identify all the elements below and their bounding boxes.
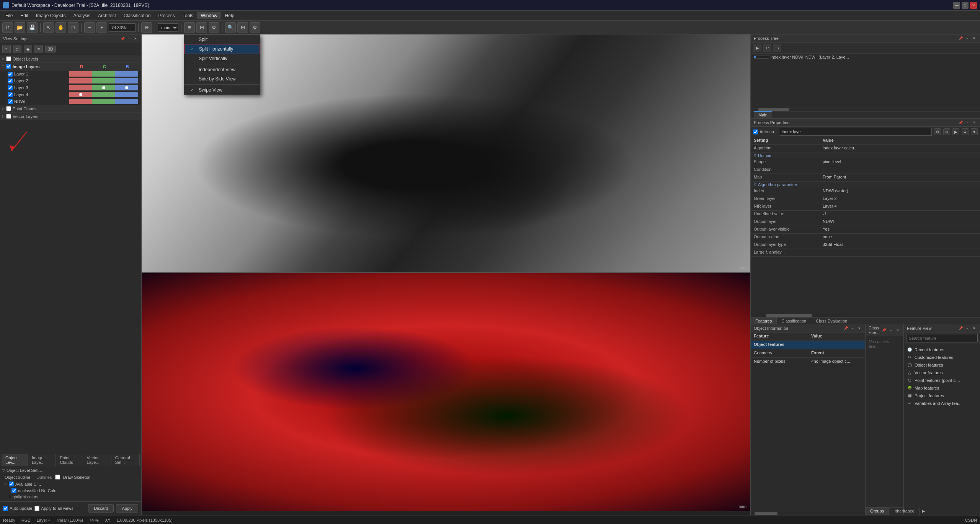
process-tree-thumb[interactable] bbox=[758, 108, 789, 111]
feature-search-input[interactable] bbox=[906, 334, 978, 342]
class-hier-close[interactable]: ✕ bbox=[895, 328, 900, 333]
props-gear-btn[interactable]: ⚙ bbox=[934, 128, 941, 135]
menu-edit[interactable]: Edit bbox=[16, 12, 32, 19]
process-props-close[interactable]: ✕ bbox=[972, 120, 977, 125]
crosshair-btn[interactable]: ⊕ bbox=[141, 22, 152, 33]
layer-item-3[interactable]: Layer 3 bbox=[0, 84, 141, 91]
layer1-check[interactable] bbox=[8, 72, 13, 77]
feature-item-recent[interactable]: 🕐 Recent features bbox=[904, 346, 980, 354]
pin-icon[interactable]: 📌 bbox=[120, 36, 125, 41]
obj-info-pin[interactable]: 📌 bbox=[843, 326, 848, 331]
center-scrollbar[interactable] bbox=[142, 511, 750, 515]
process-tree-item[interactable]: index layer NDWI 'NDWI' (Layer 2, Laye..… bbox=[751, 54, 980, 61]
tab-image-laye[interactable]: Image Laye... bbox=[28, 454, 56, 466]
feature-view-minus[interactable]: − bbox=[965, 326, 970, 331]
vector-layers-check[interactable] bbox=[6, 114, 11, 119]
process-run-btn[interactable]: ▶ bbox=[753, 44, 761, 52]
apply-all-check[interactable] bbox=[34, 506, 39, 511]
feature-item-vector[interactable]: △ Vector features bbox=[904, 369, 980, 377]
ndwi-check[interactable] bbox=[8, 99, 13, 104]
process-redo-btn[interactable]: ↪ bbox=[773, 44, 781, 52]
obj-row-object-features[interactable]: Object features bbox=[751, 341, 865, 349]
layer3-check[interactable] bbox=[8, 85, 13, 90]
minimize-btn[interactable]: — bbox=[953, 2, 960, 9]
obj-info-thumb[interactable] bbox=[755, 512, 777, 515]
tab-point-clouds[interactable]: Point Clouds bbox=[56, 454, 83, 466]
process-undo-btn[interactable]: ↩ bbox=[763, 44, 771, 52]
view-3d-btn[interactable]: 3D bbox=[45, 46, 56, 52]
menu-image-objects[interactable]: Image Objects bbox=[32, 12, 69, 19]
search-btn[interactable]: 🔍 bbox=[225, 22, 236, 33]
auto-update-check[interactable] bbox=[3, 506, 8, 511]
layer-item-1[interactable]: Layer 1 bbox=[0, 70, 141, 77]
menu-architect[interactable]: Architect bbox=[94, 12, 120, 19]
tab-general-set[interactable]: General Set... bbox=[111, 454, 140, 466]
maximize-btn[interactable]: □ bbox=[962, 2, 969, 9]
open-btn[interactable]: 📂 bbox=[15, 22, 25, 33]
feature-item-object[interactable]: ◯ Object features bbox=[904, 361, 980, 369]
process-tree-minus[interactable]: − bbox=[965, 36, 970, 41]
props-thumb[interactable] bbox=[766, 314, 812, 317]
index-layer-input[interactable] bbox=[780, 128, 932, 136]
zoom-out-btn[interactable]: − bbox=[84, 22, 95, 33]
wheel-btn[interactable]: ⚙ bbox=[250, 22, 260, 33]
feature-view-pin[interactable]: 📌 bbox=[958, 326, 963, 331]
zoom-in-btn[interactable]: + bbox=[96, 22, 107, 33]
menu-split-vertical[interactable]: Split Vertically bbox=[184, 54, 260, 63]
process-props-pin[interactable]: 📌 bbox=[958, 120, 963, 125]
main-tab[interactable]: Main bbox=[754, 111, 772, 118]
feature-item-point-cloud[interactable]: ⬡ Point features (point cl... bbox=[904, 377, 980, 384]
bp-tab-class-eval[interactable]: Class Evaluation bbox=[811, 318, 852, 324]
feature-item-map[interactable]: 🌳 Map features bbox=[904, 384, 980, 392]
auto-na-check[interactable] bbox=[753, 129, 758, 134]
props-up-btn[interactable]: ▲ bbox=[962, 128, 969, 135]
obj-info-hscroll[interactable] bbox=[751, 512, 865, 515]
props-play-btn[interactable]: ▶ bbox=[952, 128, 959, 135]
menu-analysis[interactable]: Analysis bbox=[69, 12, 94, 19]
menu-classification[interactable]: Classification bbox=[120, 12, 155, 19]
layers-btn[interactable]: ⊞ bbox=[237, 22, 248, 33]
view-btn-1[interactable]: ≡ bbox=[2, 45, 11, 53]
close-icon[interactable]: ✕ bbox=[133, 36, 138, 41]
bp-tab-classification[interactable]: Classification bbox=[777, 318, 811, 324]
right-tab-groups[interactable]: Groups bbox=[866, 508, 889, 515]
props-gear2-btn[interactable]: ⚙ bbox=[943, 128, 950, 135]
menu-help[interactable]: Help bbox=[221, 12, 238, 19]
props-hscroll[interactable] bbox=[751, 314, 980, 317]
process-props-minus[interactable]: − bbox=[965, 120, 970, 125]
props-down-btn[interactable]: ▼ bbox=[971, 128, 978, 135]
tab-object-lev[interactable]: Object Lev... bbox=[2, 454, 28, 466]
minus-icon[interactable]: − bbox=[126, 36, 132, 41]
class-hier-minus[interactable]: − bbox=[888, 328, 893, 333]
config-btn[interactable]: ⚙ bbox=[209, 22, 219, 33]
zoom-input[interactable] bbox=[109, 23, 136, 32]
apply-button[interactable]: Apply bbox=[116, 504, 138, 513]
obj-info-close[interactable]: ✕ bbox=[857, 326, 862, 331]
save-btn[interactable]: 💾 bbox=[27, 22, 38, 33]
pointer-btn[interactable]: ↖ bbox=[43, 22, 54, 33]
feature-item-project[interactable]: ▦ Project features bbox=[904, 392, 980, 400]
close-btn[interactable]: ✕ bbox=[970, 2, 977, 9]
menu-independent[interactable]: Independent View bbox=[184, 65, 260, 74]
menu-file[interactable]: File bbox=[2, 12, 16, 19]
available-cl-check[interactable] bbox=[9, 481, 14, 486]
menu-split-horizontal[interactable]: ✓ Split Horizontally bbox=[184, 44, 260, 54]
new-btn[interactable]: 🗋 bbox=[2, 22, 13, 33]
discard-button[interactable]: Discard bbox=[88, 504, 114, 513]
menu-process[interactable]: Process bbox=[154, 12, 178, 19]
obj-info-minus[interactable]: − bbox=[850, 326, 855, 331]
layer2-check[interactable] bbox=[8, 79, 13, 84]
menu-swipe[interactable]: ✓ Swipe View bbox=[184, 85, 260, 95]
feature-view-close[interactable]: ✕ bbox=[972, 326, 977, 331]
pan-btn[interactable]: ✋ bbox=[56, 22, 66, 33]
process-tree-pin[interactable]: 📌 bbox=[958, 36, 963, 41]
menu-tools[interactable]: Tools bbox=[179, 12, 197, 19]
view-btn-4[interactable]: ≋ bbox=[34, 45, 43, 53]
table-btn[interactable]: ≡ bbox=[184, 22, 195, 33]
class-hier-pin[interactable]: 📌 bbox=[881, 328, 887, 333]
feature-item-variables[interactable]: ✓ Variables and Array fea... bbox=[904, 400, 980, 407]
unclassified-check[interactable] bbox=[11, 488, 16, 493]
process-tree-hscroll[interactable] bbox=[751, 108, 980, 111]
feature-item-customized[interactable]: ✂ Customized features bbox=[904, 354, 980, 361]
draw-skeleton-check[interactable] bbox=[55, 475, 60, 480]
